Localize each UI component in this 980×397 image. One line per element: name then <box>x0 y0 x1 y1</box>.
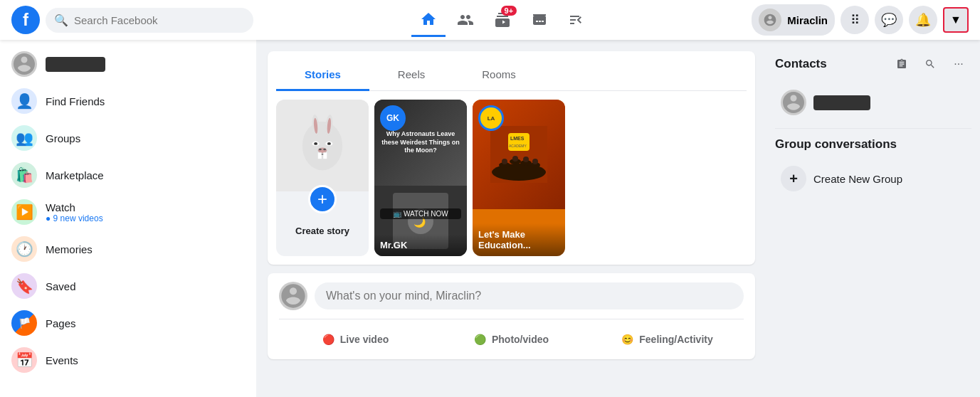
edu-story-avatar: LA <box>478 105 504 131</box>
notifications-icon-btn[interactable]: 🔔 <box>909 6 937 34</box>
photo-video-icon: 🟢 <box>474 334 486 345</box>
feeling-label: Feeling/Activity <box>639 334 712 345</box>
dropdown-btn[interactable]: ▼ <box>943 7 969 33</box>
story-card-education[interactable]: LMES ACADEMY LA Let's Make Education... <box>473 100 565 256</box>
post-input[interactable] <box>315 282 744 309</box>
sidebar-item-pages[interactable]: 🏳️ Pages <box>6 305 251 342</box>
post-box: 🔴 Live video 🟢 Photo/video 😊 Feeling/Act… <box>268 273 755 359</box>
post-input-row <box>279 282 744 310</box>
marketplace-nav-btn[interactable] <box>522 3 557 37</box>
right-sidebar: Contacts ··· Redacted Group conversation… <box>766 40 980 397</box>
watch-new-videos: ● 9 new videos <box>46 213 103 223</box>
main-feed: Stories Reels Rooms <box>256 40 766 397</box>
sidebar-label-pages: Pages <box>46 317 76 329</box>
create-new-group-btn[interactable]: + Create New Group <box>775 160 971 197</box>
watch-nav-btn[interactable]: 9+ <box>485 3 520 37</box>
edu-story-username: Let's Make Education... <box>478 229 559 250</box>
live-video-icon: 🔴 <box>322 334 334 345</box>
svg-point-4 <box>327 142 331 145</box>
contact-avatar <box>781 90 806 115</box>
gk-story-overlay: Mr.GK <box>374 234 467 256</box>
menu-nav-btn[interactable] <box>559 3 594 37</box>
find-friends-icon: 👤 <box>11 88 37 114</box>
story-card-create[interactable]: + Create story <box>276 100 369 256</box>
contacts-icons: ··· <box>889 51 971 77</box>
svg-rect-10 <box>323 152 327 159</box>
profile-name: Miraclin <box>787 14 828 26</box>
page-body: Redacted 👤 Find Friends 👥 Groups 🛍️ Mark… <box>0 40 980 397</box>
top-navigation: f 🔍 9+ Miraclin ⠿ � <box>0 0 980 40</box>
create-story-label: Create story <box>295 226 349 236</box>
plus-circle-icon: + <box>781 166 806 191</box>
sidebar-item-groups[interactable]: 👥 Groups <box>6 120 251 157</box>
facebook-logo[interactable]: f <box>11 6 40 34</box>
home-nav-btn[interactable] <box>411 3 446 37</box>
create-group-label: Create New Group <box>813 173 902 185</box>
contacts-title: Contacts <box>775 57 827 71</box>
marketplace-icon: 🛍️ <box>11 162 37 188</box>
svg-point-8 <box>320 149 325 152</box>
gk-watch-now: 📺 WATCH NOW <box>380 208 461 219</box>
live-video-btn[interactable]: 🔴 Live video <box>279 328 432 351</box>
memories-icon: 🕐 <box>11 236 37 262</box>
sidebar-avatar <box>11 51 37 77</box>
svg-point-6 <box>319 148 322 150</box>
gk-story-username: Mr.GK <box>380 240 461 250</box>
sidebar-username: Redacted <box>46 57 105 72</box>
topnav-right: Miraclin ⠿ 💬 🔔 ▼ <box>752 4 969 36</box>
sidebar-item-memories[interactable]: 🕐 Memories <box>6 231 251 268</box>
sidebar-item-saved[interactable]: 🔖 Saved <box>6 268 251 305</box>
svg-point-0 <box>302 121 342 170</box>
sidebar-profile[interactable]: Redacted <box>6 46 251 83</box>
svg-point-3 <box>314 142 317 145</box>
svg-text:LMES: LMES <box>510 136 525 141</box>
group-conversations-title: Group conversations <box>775 137 971 152</box>
search-contacts-icon-btn[interactable] <box>917 51 943 77</box>
search-icon: 🔍 <box>54 14 68 27</box>
watch-badge: 9+ <box>501 6 517 16</box>
watch-icon: ▶️ <box>11 199 37 225</box>
tab-stories[interactable]: Stories <box>276 60 369 91</box>
story-create-plus-btn[interactable]: + <box>308 185 337 213</box>
tab-rooms[interactable]: Rooms <box>453 60 544 91</box>
sidebar-item-marketplace[interactable]: 🛍️ Marketplace <box>6 157 251 194</box>
topnav-center: 9+ <box>253 3 752 37</box>
sidebar-item-events[interactable]: 📅 Events <box>6 342 251 379</box>
search-input[interactable] <box>74 14 245 26</box>
svg-point-7 <box>323 148 326 150</box>
grid-icon-btn[interactable]: ⠿ <box>841 6 869 34</box>
photo-video-btn[interactable]: 🟢 Photo/video <box>435 328 588 351</box>
svg-point-24 <box>512 156 518 162</box>
create-story-bg <box>276 100 369 191</box>
messenger-icon-btn[interactable]: 💬 <box>875 6 903 34</box>
left-sidebar: Redacted 👤 Find Friends 👥 Groups 🛍️ Mark… <box>0 40 256 397</box>
photo-video-label: Photo/video <box>492 334 549 345</box>
tab-reels[interactable]: Reels <box>369 60 453 91</box>
gk-story-avatar: GK <box>380 105 406 131</box>
sidebar-label-groups: Groups <box>46 132 80 144</box>
live-video-label: Live video <box>340 334 389 345</box>
search-bar[interactable]: 🔍 <box>46 8 253 33</box>
profile-avatar-sm <box>759 9 781 31</box>
contacts-divider <box>775 128 971 129</box>
feeling-activity-btn[interactable]: 😊 Feeling/Activity <box>591 328 744 351</box>
story-card-gk[interactable]: Why Astronauts Leave these Weirdest Thin… <box>374 100 467 256</box>
sidebar-label-watch: Watch <box>46 201 103 213</box>
sidebar-label-memories: Memories <box>46 243 93 255</box>
post-avatar <box>279 282 307 310</box>
groups-icon: 👥 <box>11 125 37 151</box>
svg-point-26 <box>532 159 538 164</box>
sidebar-item-find-friends[interactable]: 👤 Find Friends <box>6 83 251 120</box>
sidebar-label-saved: Saved <box>46 280 76 292</box>
profile-button[interactable]: Miraclin <box>752 4 835 36</box>
contact-item[interactable]: Redacted <box>775 85 971 120</box>
stories-row: + Create story Why Astronauts Leave thes… <box>276 100 747 256</box>
watch-label-wrap: Watch ● 9 new videos <box>46 201 103 223</box>
post-actions: 🔴 Live video 🟢 Photo/video 😊 Feeling/Act… <box>279 319 744 351</box>
more-contacts-icon-btn[interactable]: ··· <box>946 51 971 77</box>
new-message-icon-btn[interactable] <box>889 51 915 77</box>
sidebar-item-watch[interactable]: ▶️ Watch ● 9 new videos <box>6 194 251 231</box>
edu-story-bg: LMES ACADEMY LA Let's Make Education... <box>473 100 565 256</box>
svg-point-25 <box>523 157 529 162</box>
friends-nav-btn[interactable] <box>448 3 483 37</box>
